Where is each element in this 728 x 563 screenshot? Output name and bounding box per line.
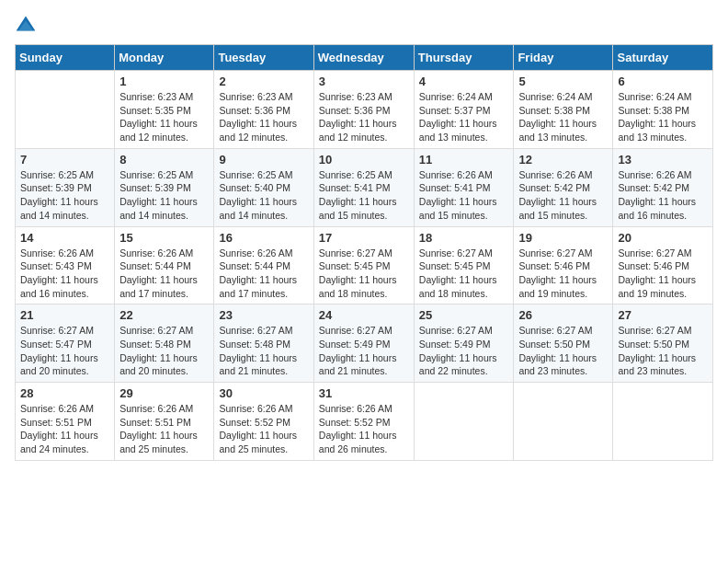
calendar-cell: 15Sunrise: 6:26 AMSunset: 5:44 PMDayligh… [115, 226, 214, 304]
day-number: 11 [419, 153, 509, 167]
calendar-cell: 26Sunrise: 6:27 AMSunset: 5:50 PMDayligh… [514, 304, 613, 383]
cell-info: Sunrise: 6:26 AMSunset: 5:44 PMDaylight:… [119, 247, 209, 301]
cell-info: Sunrise: 6:27 AMSunset: 5:46 PMDaylight:… [518, 247, 608, 301]
cell-info: Sunrise: 6:26 AMSunset: 5:42 PMDaylight:… [618, 168, 708, 223]
calendar-cell: 9Sunrise: 6:25 AMSunset: 5:40 PMDaylight… [214, 148, 313, 226]
cell-info: Sunrise: 6:27 AMSunset: 5:49 PMDaylight:… [319, 324, 409, 378]
cell-info: Sunrise: 6:26 AMSunset: 5:52 PMDaylight:… [319, 402, 409, 456]
calendar-cell: 30Sunrise: 6:26 AMSunset: 5:52 PMDayligh… [214, 383, 313, 461]
day-number: 7 [20, 153, 109, 167]
day-number: 29 [119, 386, 209, 400]
cell-info: Sunrise: 6:27 AMSunset: 5:50 PMDaylight:… [618, 324, 708, 378]
day-number: 12 [518, 153, 608, 167]
cell-info: Sunrise: 6:26 AMSunset: 5:51 PMDaylight:… [119, 402, 209, 456]
calendar-cell: 11Sunrise: 6:26 AMSunset: 5:41 PMDayligh… [414, 148, 514, 226]
weekday-header-row: SundayMondayTuesdayWednesdayThursdayFrid… [16, 45, 713, 71]
day-number: 14 [20, 231, 109, 245]
calendar-week-2: 7Sunrise: 6:25 AMSunset: 5:39 PMDaylight… [16, 148, 713, 226]
calendar-week-1: 1Sunrise: 6:23 AMSunset: 5:35 PMDaylight… [16, 71, 713, 149]
calendar-cell: 4Sunrise: 6:24 AMSunset: 5:37 PMDaylight… [414, 71, 514, 149]
day-number: 3 [319, 75, 409, 88]
cell-info: Sunrise: 6:23 AMSunset: 5:36 PMDaylight:… [319, 90, 409, 144]
day-number: 4 [419, 75, 509, 88]
cell-info: Sunrise: 6:25 AMSunset: 5:41 PMDaylight:… [319, 168, 409, 223]
calendar-cell [613, 383, 713, 461]
calendar-cell: 7Sunrise: 6:25 AMSunset: 5:39 PMDaylight… [16, 148, 115, 226]
calendar-cell: 2Sunrise: 6:23 AMSunset: 5:36 PMDaylight… [214, 71, 313, 149]
calendar-cell: 6Sunrise: 6:24 AMSunset: 5:38 PMDaylight… [613, 71, 713, 149]
day-number: 5 [518, 75, 608, 88]
day-number: 18 [419, 231, 509, 245]
cell-info: Sunrise: 6:27 AMSunset: 5:45 PMDaylight:… [319, 247, 409, 301]
day-number: 27 [618, 308, 708, 322]
cell-info: Sunrise: 6:26 AMSunset: 5:43 PMDaylight:… [20, 247, 109, 301]
cell-info: Sunrise: 6:27 AMSunset: 5:48 PMDaylight:… [219, 324, 308, 378]
page-header [15, 15, 713, 37]
calendar-cell: 21Sunrise: 6:27 AMSunset: 5:47 PMDayligh… [16, 304, 115, 383]
calendar-cell [414, 383, 514, 461]
cell-info: Sunrise: 6:26 AMSunset: 5:44 PMDaylight:… [219, 247, 308, 301]
cell-info: Sunrise: 6:26 AMSunset: 5:51 PMDaylight:… [20, 402, 109, 456]
weekday-header-saturday: Saturday [613, 45, 713, 71]
weekday-header-thursday: Thursday [414, 45, 514, 71]
day-number: 1 [119, 75, 209, 88]
calendar-cell [514, 383, 613, 461]
cell-info: Sunrise: 6:24 AMSunset: 5:37 PMDaylight:… [419, 90, 509, 144]
day-number: 16 [219, 231, 308, 245]
calendar-cell: 14Sunrise: 6:26 AMSunset: 5:43 PMDayligh… [16, 226, 115, 304]
cell-info: Sunrise: 6:27 AMSunset: 5:49 PMDaylight:… [419, 324, 509, 378]
calendar-cell: 5Sunrise: 6:24 AMSunset: 5:38 PMDaylight… [514, 71, 613, 149]
calendar-cell [16, 71, 115, 149]
calendar-header: SundayMondayTuesdayWednesdayThursdayFrid… [16, 45, 713, 71]
calendar-body: 1Sunrise: 6:23 AMSunset: 5:35 PMDaylight… [16, 71, 713, 461]
calendar-cell: 23Sunrise: 6:27 AMSunset: 5:48 PMDayligh… [214, 304, 313, 383]
cell-info: Sunrise: 6:23 AMSunset: 5:35 PMDaylight:… [119, 90, 209, 144]
weekday-header-sunday: Sunday [16, 45, 115, 71]
cell-info: Sunrise: 6:24 AMSunset: 5:38 PMDaylight:… [518, 90, 608, 144]
day-number: 21 [20, 308, 109, 322]
logo [15, 15, 40, 37]
calendar-cell: 28Sunrise: 6:26 AMSunset: 5:51 PMDayligh… [16, 383, 115, 461]
calendar-week-4: 21Sunrise: 6:27 AMSunset: 5:47 PMDayligh… [16, 304, 713, 383]
day-number: 19 [518, 231, 608, 245]
calendar-week-3: 14Sunrise: 6:26 AMSunset: 5:43 PMDayligh… [16, 226, 713, 304]
day-number: 8 [119, 153, 209, 167]
day-number: 9 [219, 153, 308, 167]
calendar-week-5: 28Sunrise: 6:26 AMSunset: 5:51 PMDayligh… [16, 383, 713, 461]
cell-info: Sunrise: 6:27 AMSunset: 5:45 PMDaylight:… [419, 247, 509, 301]
cell-info: Sunrise: 6:23 AMSunset: 5:36 PMDaylight:… [219, 90, 308, 144]
weekday-header-monday: Monday [115, 45, 214, 71]
calendar-cell: 20Sunrise: 6:27 AMSunset: 5:46 PMDayligh… [613, 226, 713, 304]
day-number: 23 [219, 308, 308, 322]
day-number: 26 [518, 308, 608, 322]
cell-info: Sunrise: 6:27 AMSunset: 5:46 PMDaylight:… [618, 247, 708, 301]
cell-info: Sunrise: 6:25 AMSunset: 5:40 PMDaylight:… [219, 168, 308, 223]
weekday-header-friday: Friday [514, 45, 613, 71]
calendar-cell: 29Sunrise: 6:26 AMSunset: 5:51 PMDayligh… [115, 383, 214, 461]
calendar-cell: 12Sunrise: 6:26 AMSunset: 5:42 PMDayligh… [514, 148, 613, 226]
cell-info: Sunrise: 6:26 AMSunset: 5:41 PMDaylight:… [419, 168, 509, 223]
cell-info: Sunrise: 6:27 AMSunset: 5:47 PMDaylight:… [20, 324, 109, 378]
logo-icon [15, 15, 37, 37]
calendar-cell: 25Sunrise: 6:27 AMSunset: 5:49 PMDayligh… [414, 304, 514, 383]
calendar-cell: 18Sunrise: 6:27 AMSunset: 5:45 PMDayligh… [414, 226, 514, 304]
cell-info: Sunrise: 6:24 AMSunset: 5:38 PMDaylight:… [618, 90, 708, 144]
cell-info: Sunrise: 6:26 AMSunset: 5:52 PMDaylight:… [219, 402, 308, 456]
day-number: 25 [419, 308, 509, 322]
calendar-cell: 3Sunrise: 6:23 AMSunset: 5:36 PMDaylight… [313, 71, 414, 149]
calendar-cell: 31Sunrise: 6:26 AMSunset: 5:52 PMDayligh… [313, 383, 414, 461]
day-number: 15 [119, 231, 209, 245]
calendar-cell: 1Sunrise: 6:23 AMSunset: 5:35 PMDaylight… [115, 71, 214, 149]
day-number: 10 [319, 153, 409, 167]
weekday-header-wednesday: Wednesday [313, 45, 414, 71]
calendar-cell: 13Sunrise: 6:26 AMSunset: 5:42 PMDayligh… [613, 148, 713, 226]
day-number: 22 [119, 308, 209, 322]
day-number: 30 [219, 386, 308, 400]
calendar-cell: 8Sunrise: 6:25 AMSunset: 5:39 PMDaylight… [115, 148, 214, 226]
day-number: 28 [20, 386, 109, 400]
cell-info: Sunrise: 6:27 AMSunset: 5:48 PMDaylight:… [119, 324, 209, 378]
day-number: 17 [319, 231, 409, 245]
day-number: 20 [618, 231, 708, 245]
calendar-table: SundayMondayTuesdayWednesdayThursdayFrid… [15, 44, 713, 461]
day-number: 31 [319, 386, 409, 400]
